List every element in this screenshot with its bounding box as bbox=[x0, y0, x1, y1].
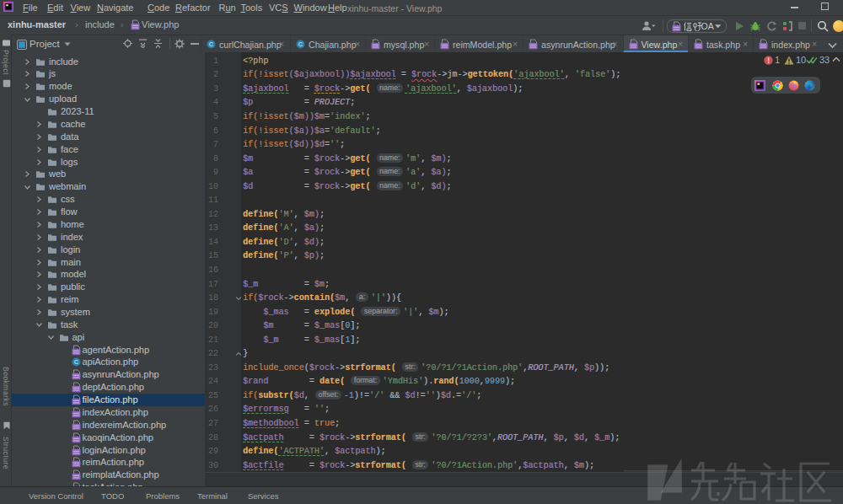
svg-text:C: C bbox=[73, 359, 78, 367]
svg-text:C: C bbox=[208, 40, 213, 48]
svg-text:C: C bbox=[298, 40, 303, 48]
